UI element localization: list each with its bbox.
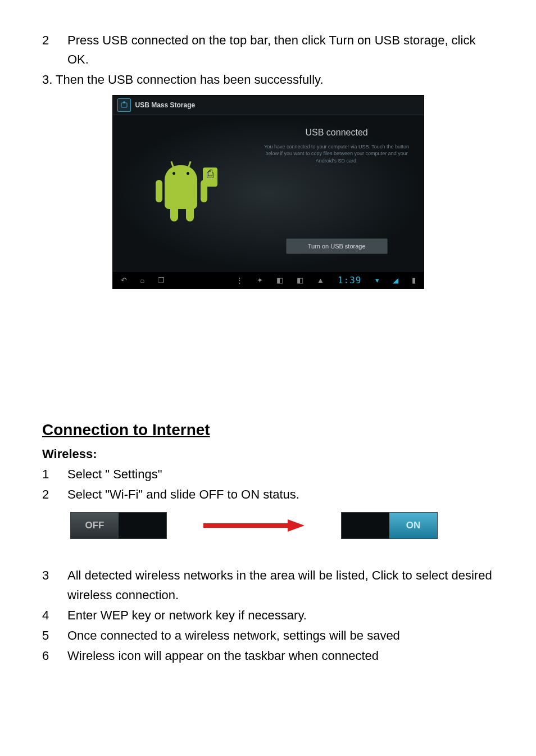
wifi-toggle-off[interactable]: OFF: [70, 512, 167, 539]
window-title: USB Mass Storage: [135, 101, 196, 109]
list-number: 5: [42, 626, 67, 645]
list-text: Enter WEP key or network key if necessar…: [67, 606, 494, 625]
android-navbar: ↶ ⌂ ❐ ⋮ ✦ ◧ ◧ ▲ 1:39 ▾ ◢ ▮: [113, 271, 424, 288]
status-icon: ✦: [257, 276, 263, 284]
svg-rect-1: [123, 102, 125, 103]
list-item: 4 Enter WEP key or network key if necess…: [42, 606, 494, 625]
list-item: 5 Once connected to a wireless network, …: [42, 626, 494, 645]
android-titlebar: USB Mass Storage: [113, 96, 424, 115]
subsection-heading: Wireless:: [42, 447, 494, 461]
android-body: ⎙ USB connected You have connected to yo…: [113, 115, 424, 271]
section-heading: Connection to Internet: [42, 421, 494, 439]
toggle-empty: [342, 513, 389, 538]
usb-connected-heading: USB connected: [306, 128, 368, 138]
svg-rect-0: [121, 103, 127, 107]
list-item: 6 Wireless icon will appear on the taskb…: [42, 646, 494, 666]
svg-rect-2: [203, 523, 290, 528]
home-icon[interactable]: ⌂: [140, 276, 145, 284]
list-number: 3: [42, 566, 67, 604]
list-number: 4: [42, 606, 67, 625]
back-icon[interactable]: ↶: [121, 276, 127, 284]
status-icon: ◧: [297, 276, 303, 284]
app-icon: [117, 98, 131, 112]
android-right-panel: USB connected You have connected to your…: [250, 115, 424, 271]
status-icon: ⋮: [236, 276, 243, 284]
usb-connected-description: You have connected to your computer via …: [258, 143, 416, 164]
svg-marker-3: [288, 519, 305, 532]
arrow-icon: [201, 519, 307, 532]
turn-on-usb-storage-button[interactable]: Turn on USB storage: [286, 238, 388, 254]
list-text: Select " Settings": [67, 465, 494, 484]
toggle-empty: [119, 513, 166, 538]
toggle-on-label: ON: [389, 513, 437, 538]
list-text: Wireless icon will appear on the taskbar…: [67, 646, 494, 666]
warning-icon: ▲: [317, 276, 324, 284]
list-text: Once connected to a wireless network, se…: [67, 626, 494, 645]
battery-icon: ▮: [412, 276, 416, 284]
list-item: 2 Select "Wi-Fi" and slide OFF to ON sta…: [42, 485, 494, 504]
list-item: 2 Press USB connected on the top bar, th…: [42, 31, 494, 69]
status-icon: ◧: [276, 276, 283, 284]
recent-apps-icon[interactable]: ❐: [158, 276, 165, 284]
list-number: 2: [42, 31, 67, 69]
signal-icon: ◢: [393, 276, 398, 284]
list-text: Press USB connected on the top bar, then…: [67, 31, 494, 69]
wifi-toggle-on[interactable]: ON: [341, 512, 438, 539]
list-item: 3. Then the USB connection has been succ…: [42, 70, 494, 89]
list-text: All detected wireless networks in the ar…: [67, 566, 494, 604]
list-number: 2: [42, 485, 67, 504]
list-number: 1: [42, 465, 67, 484]
usb-icon: ⎙: [203, 168, 217, 187]
list-item: 1 Select " Settings": [42, 465, 494, 484]
spacer: [42, 289, 494, 421]
toggle-off-label: OFF: [71, 513, 119, 538]
android-robot-icon: ⎙: [153, 160, 210, 227]
toggle-illustration: OFF ON: [70, 512, 494, 539]
list-number: 6: [42, 646, 67, 666]
document-page: 2 Press USB connected on the top bar, th…: [0, 0, 536, 756]
list-text: Select "Wi-Fi" and slide OFF to ON statu…: [67, 485, 494, 504]
list-item: 3 All detected wireless networks in the …: [42, 566, 494, 604]
wifi-icon: ▾: [375, 276, 379, 284]
android-robot-area: ⎙: [113, 115, 250, 271]
clock: 1:39: [338, 275, 362, 286]
android-screenshot: USB Mass Storage ⎙ USB connected You hav…: [112, 95, 424, 289]
